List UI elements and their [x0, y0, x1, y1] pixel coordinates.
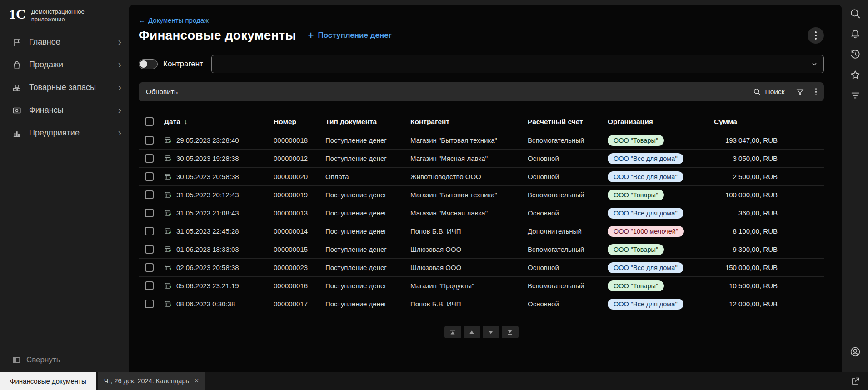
row-checkbox[interactable] [145, 209, 154, 217]
column-header-number[interactable]: Номер [274, 118, 325, 126]
banknote-icon [12, 105, 22, 115]
scroll-down-button[interactable] [483, 326, 499, 338]
chevron-right-icon: › [118, 83, 121, 93]
document-icon [164, 191, 172, 199]
favorites-button[interactable] [849, 69, 862, 81]
column-header-organization[interactable]: Организация [608, 118, 714, 126]
cell-date: 31.05.2023 20:12:43 [176, 191, 239, 199]
sidebar-item-label: Продажи [29, 60, 63, 70]
list-more-button[interactable] [815, 88, 817, 96]
collapse-sidebar-button[interactable]: Свернуть [12, 355, 60, 365]
scroll-to-first-button[interactable] [444, 326, 461, 338]
chevron-right-icon: › [118, 37, 121, 47]
table-row[interactable]: 01.06.2023 18:33:03 000000015 Поступлени… [139, 240, 824, 259]
cell-sum: 10 500,00, RUB [714, 282, 782, 290]
chevron-right-icon: › [118, 105, 121, 115]
cell-date: 30.05.2023 19:28:38 [176, 155, 239, 162]
filter-funnel-button[interactable] [796, 88, 804, 96]
breadcrumb[interactable]: ←Документы продаж [139, 16, 824, 24]
row-checkbox[interactable] [145, 172, 154, 181]
cell-number: 000000023 [274, 264, 325, 271]
cell-doc-type: Поступление денег [325, 209, 410, 217]
row-checkbox[interactable] [145, 154, 154, 163]
row-checkbox[interactable] [145, 263, 154, 272]
cell-account: Вспомогательный [528, 245, 608, 253]
sidebar-item-main[interactable]: Главное › [0, 31, 129, 54]
column-header-sum[interactable]: Сумма [714, 118, 782, 126]
row-checkbox[interactable] [145, 136, 154, 145]
history-button[interactable] [849, 48, 862, 61]
scroll-up-button[interactable] [464, 326, 480, 338]
sidebar-item-inventory[interactable]: Товарные запасы › [0, 76, 129, 99]
table-row[interactable]: 31.05.2023 22:45:28 000000014 Поступлени… [139, 222, 824, 240]
table-row[interactable]: 08.06.2023 0:30:38 000000017 Поступление… [139, 295, 824, 313]
column-header-counterparty[interactable]: Контрагент [410, 118, 528, 126]
taskbar-tab-financial-documents[interactable]: Финансовые документы [0, 372, 96, 390]
taskbar-tab-calendar[interactable]: Чт, 26 дек. 2024: Календарь × [98, 372, 205, 390]
organization-badge: ООО "Все для дома" [608, 299, 683, 310]
search-button[interactable]: Поиск [753, 88, 785, 96]
document-icon [164, 300, 172, 308]
column-header-doc-type[interactable]: Тип документа [325, 118, 410, 126]
row-checkbox[interactable] [145, 227, 154, 235]
user-icon [849, 346, 861, 358]
open-in-new-window-button[interactable] [850, 376, 861, 387]
sort-desc-icon: ↓ [184, 118, 187, 125]
user-account-button[interactable] [849, 345, 862, 358]
organization-badge: ООО "Товары" [608, 135, 664, 146]
page-title: Финансовые документы [139, 28, 296, 43]
cell-sum: 2 500,00, RUB [714, 173, 782, 180]
menu-functions-button[interactable] [849, 89, 862, 102]
sidebar-item-finance[interactable]: Финансы › [0, 99, 129, 122]
organization-badge: ООО "Все для дома" [608, 262, 683, 273]
counterparty-select[interactable] [211, 55, 824, 73]
cell-account: Основной [528, 264, 608, 271]
select-all-checkbox[interactable] [145, 117, 154, 126]
right-tool-strip [842, 0, 868, 372]
counterparty-filter-toggle[interactable] [139, 59, 158, 69]
search-icon [753, 88, 761, 96]
cell-sum: 360,00, RUB [714, 209, 782, 217]
cell-counterparty: Магазин "Продукты" [410, 282, 528, 290]
sidebar-item-sales[interactable]: Продажи › [0, 54, 129, 76]
row-checkbox[interactable] [145, 245, 154, 254]
page-more-button[interactable] [808, 27, 824, 44]
document-icon [164, 155, 172, 163]
table-row[interactable]: 31.05.2023 21:08:43 000000013 Поступлени… [139, 204, 824, 222]
close-icon[interactable]: × [195, 377, 199, 385]
add-money-receipt-button[interactable]: + Поступление денег [308, 30, 392, 40]
bar-chart-icon [12, 128, 22, 138]
table-row[interactable]: 02.06.2023 20:58:38 000000023 Поступлени… [139, 259, 824, 277]
kebab-icon [815, 31, 817, 40]
row-checkbox[interactable] [145, 300, 154, 308]
cell-sum: 9 300,00, RUB [714, 245, 782, 253]
sidebar: 1С Демонстрационное приложение Главное ›… [0, 0, 129, 372]
chevron-down-icon [811, 60, 818, 68]
sidebar-item-enterprise[interactable]: Предприятие › [0, 122, 129, 145]
document-icon [164, 245, 172, 254]
notifications-button[interactable] [849, 28, 862, 40]
global-search-button[interactable] [849, 7, 862, 20]
row-checkbox[interactable] [145, 281, 154, 290]
cell-sum: 100 000,00, RUB [714, 191, 782, 199]
table-row[interactable]: 30.05.2023 19:28:38 000000012 Поступлени… [139, 150, 824, 168]
document-icon [164, 227, 172, 235]
table-row[interactable]: 31.05.2023 20:12:43 000000019 Поступлени… [139, 186, 824, 204]
history-icon [849, 49, 861, 60]
table-row[interactable]: 30.05.2023 20:58:38 000000020 Оплата Жив… [139, 168, 824, 186]
table-row[interactable]: 05.06.2023 23:21:19 000000016 Поступлени… [139, 277, 824, 295]
column-header-account[interactable]: Расчетный счет [528, 118, 608, 126]
cell-doc-type: Поступление денег [325, 264, 410, 271]
cell-number: 000000019 [274, 191, 325, 199]
cell-sum: 150 000,00, RUB [714, 264, 782, 271]
cell-doc-type: Поступление денег [325, 245, 410, 253]
scroll-to-last-button[interactable] [502, 326, 519, 338]
cell-account: Основной [528, 155, 608, 162]
table-row[interactable]: 29.05.2023 23:28:40 000000018 Поступлени… [139, 131, 824, 150]
refresh-button[interactable]: Обновить [146, 88, 178, 96]
cell-doc-type: Оплата [325, 173, 410, 180]
row-checkbox[interactable] [145, 190, 154, 199]
column-header-date[interactable]: Дата↓ [164, 118, 274, 126]
cell-doc-type: Поступление денег [325, 191, 410, 199]
cell-sum: 8 100,00, RUB [714, 227, 782, 235]
